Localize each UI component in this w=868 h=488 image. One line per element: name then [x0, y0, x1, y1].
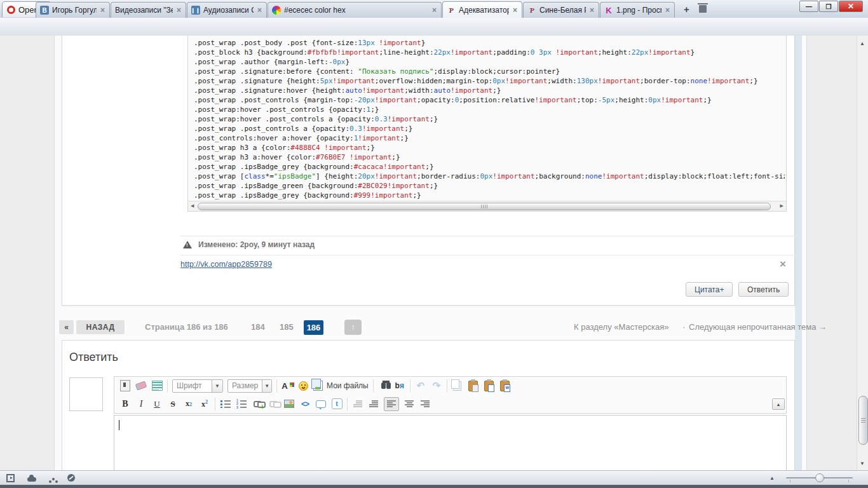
subscript-icon: x2: [186, 399, 192, 409]
scroll-right-icon[interactable]: ▶: [780, 203, 783, 208]
zoom-control: ▲: [770, 473, 862, 482]
clear-content-button[interactable]: [151, 379, 163, 393]
scrollbar-thumb[interactable]: [198, 203, 771, 210]
copy-button[interactable]: [452, 379, 463, 393]
attachment-remove-icon[interactable]: ×: [780, 259, 786, 269]
align-right-button[interactable]: [419, 397, 431, 411]
first-page-button[interactable]: «: [59, 320, 74, 334]
subscript-button[interactable]: x2: [183, 397, 194, 411]
next-unread-topic-link[interactable]: Следующая непрочитанная тема →: [689, 322, 827, 332]
opera-turbo-icon[interactable]: [67, 474, 75, 482]
paste-word-button[interactable]: W: [499, 379, 511, 393]
size-select-label: Размер: [228, 381, 262, 390]
tab-audio[interactable]: ❙❙ Аудиозаписи Chillst... ×: [187, 2, 267, 18]
tab-forum-active[interactable]: Ƥ Адекватизатор нов... ×: [442, 1, 522, 18]
emoticon-button[interactable]: [297, 379, 309, 393]
strikethrough-button[interactable]: S: [167, 397, 179, 411]
scroll-left-icon[interactable]: ◀: [191, 203, 194, 208]
back-page-button[interactable]: НАЗАД: [76, 320, 125, 334]
attachment-link[interactable]: http://vk.com/app2859789: [180, 260, 272, 269]
page-link-185[interactable]: 185: [280, 322, 294, 332]
redo-button[interactable]: ↷: [431, 379, 442, 393]
code-line: .post_wrap .signature:hover {height:auto…: [194, 86, 785, 95]
outdent-button[interactable]: [352, 397, 363, 411]
remove-format-button[interactable]: [135, 379, 147, 393]
quote-button[interactable]: Цитата+: [686, 282, 733, 297]
zoom-slider-knob[interactable]: [815, 473, 824, 482]
closed-tabs-trash-icon[interactable]: [699, 5, 707, 13]
font-color-button[interactable]: A: [281, 379, 293, 393]
insert-image-button[interactable]: [283, 397, 295, 411]
scroll-down-icon[interactable]: ▼: [860, 461, 865, 466]
insert-link-button[interactable]: [252, 397, 263, 411]
tab-videos[interactable]: Видеозаписи "Зелё... ×: [111, 2, 186, 18]
bbcode-mode-button[interactable]: [119, 379, 131, 393]
image-icon: [284, 400, 294, 408]
search-replace-button[interactable]: [378, 379, 390, 393]
toolbar-separator: [373, 379, 374, 392]
remove-link-button[interactable]: [268, 397, 279, 411]
page-link-186-active[interactable]: 186: [304, 320, 323, 335]
scrollbar-thumb[interactable]: [858, 396, 868, 445]
prodota-favicon: Ƥ: [527, 6, 536, 15]
numbered-list-button[interactable]: [236, 397, 247, 411]
tab-bar: Opera В Игорь Горгуль × Видеозаписи "Зел…: [0, 0, 868, 18]
opera-unite-icon[interactable]: [52, 478, 55, 480]
align-center-button[interactable]: [403, 397, 415, 411]
zoom-slider[interactable]: [786, 473, 853, 482]
my-files-button[interactable]: Мои файлы: [313, 379, 369, 393]
tab-image-viewer[interactable]: K 1.png - Просмотр к... ×: [600, 2, 675, 18]
window-restore-button[interactable]: ❐: [819, 1, 838, 12]
editor-toolbar-row2: B I U S x2 x2 <> t: [114, 395, 787, 414]
panels-toggle-icon[interactable]: [6, 474, 15, 482]
underline-button[interactable]: U: [151, 397, 163, 411]
tab-close-icon[interactable]: ×: [512, 6, 518, 14]
tab-close-icon[interactable]: ×: [100, 6, 105, 14]
reply-button[interactable]: Ответить: [738, 282, 789, 297]
fit-width-icon[interactable]: ▲: [770, 475, 775, 481]
new-tab-button[interactable]: +: [681, 4, 692, 15]
undo-button[interactable]: ↶: [415, 379, 426, 393]
tab-forum-2[interactable]: Ƥ Сине-Белая PD. Bet... ×: [523, 2, 599, 18]
align-left-button[interactable]: [384, 397, 399, 411]
window-minimize-button[interactable]: —: [799, 1, 818, 12]
opera-link-cloud-icon[interactable]: [27, 477, 36, 482]
indent-button[interactable]: [368, 397, 379, 411]
tab-close-icon[interactable]: ×: [176, 6, 182, 14]
superscript-button[interactable]: x2: [199, 397, 210, 411]
chevron-down-icon[interactable]: ▼: [262, 380, 271, 392]
reply-textarea[interactable]: [114, 415, 787, 470]
scroll-top-button[interactable]: ↑: [344, 320, 362, 335]
page-vertical-scrollbar[interactable]: ▲ ▼: [857, 36, 868, 470]
code-line: .post_wrap .ipsBadge_grey {background:#9…: [194, 191, 785, 200]
quote-bubble-icon: [316, 400, 326, 408]
scroll-up-icon[interactable]: ▲: [860, 41, 865, 46]
prodota-favicon: Ƥ: [447, 6, 456, 15]
window-close-button[interactable]: ✕: [839, 1, 863, 12]
edited-row: Изменено: 2poy, 9 минут назад: [183, 240, 315, 249]
twitter-button[interactable]: t: [331, 397, 342, 411]
tab-close-icon[interactable]: ×: [431, 6, 437, 14]
paste-plain-button[interactable]: [484, 379, 495, 393]
tab-vk-profile[interactable]: В Игорь Горгуль ×: [36, 2, 110, 18]
to-section-link[interactable]: К разделу «Мастерская»: [574, 322, 668, 332]
tab-close-icon[interactable]: ×: [665, 6, 670, 14]
insert-code-button[interactable]: <>: [299, 397, 311, 411]
tab-close-icon[interactable]: ×: [257, 6, 262, 14]
paste-button[interactable]: [468, 379, 479, 393]
code-horizontal-scrollbar[interactable]: ◀ ▶: [188, 201, 786, 211]
italic-button[interactable]: I: [135, 397, 147, 411]
tab-close-icon[interactable]: ×: [589, 6, 595, 14]
bullet-list-button[interactable]: [220, 397, 231, 411]
size-select[interactable]: Размер ▼: [227, 379, 272, 393]
toolbar-collapse-button[interactable]: ▲: [772, 398, 785, 410]
transliterate-button[interactable]: bя: [394, 379, 405, 393]
tab-color-hex[interactable]: #ececec color hex ×: [268, 2, 442, 18]
status-bar: ▲: [0, 470, 868, 485]
insert-quote-button[interactable]: [315, 397, 327, 411]
chevron-down-icon[interactable]: ▼: [212, 380, 222, 392]
page-link-184[interactable]: 184: [251, 322, 265, 332]
font-select[interactable]: Шрифт ▼: [172, 379, 223, 393]
bold-button[interactable]: B: [119, 397, 131, 411]
up-arrow-icon: ↑: [351, 323, 355, 332]
